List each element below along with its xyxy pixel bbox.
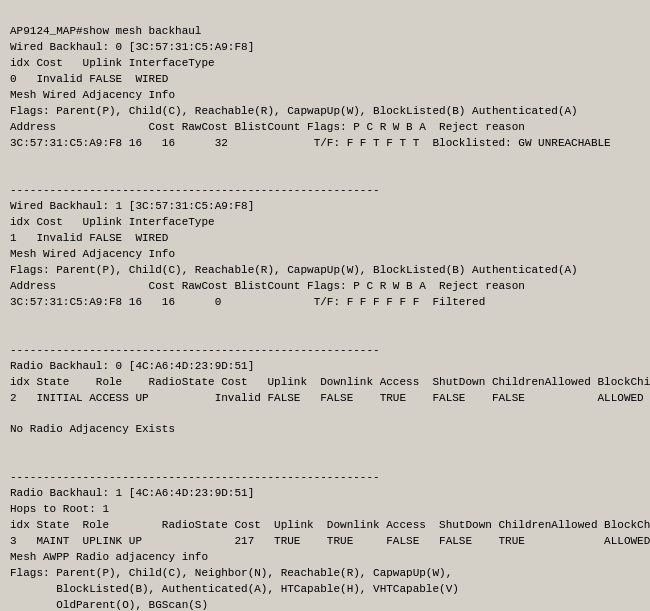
terminal-window: AP9124_MAP#show mesh backhaul Wired Back…: [0, 0, 650, 611]
terminal-content: AP9124_MAP#show mesh backhaul Wired Back…: [10, 25, 650, 611]
